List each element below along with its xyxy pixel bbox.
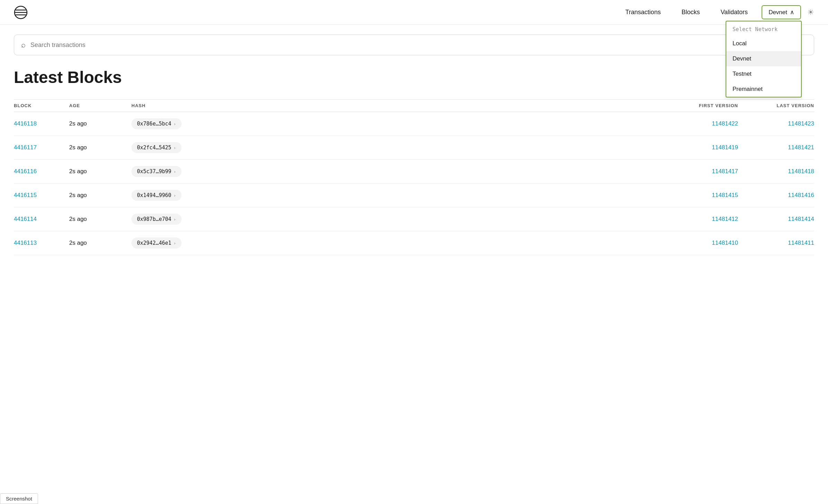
cell-block-4[interactable]: 4416114: [14, 216, 69, 223]
cell-hash-0[interactable]: 0x786e…5bc4 ›: [131, 118, 182, 129]
table-row: 4416113 2s ago 0x2942…46e1 › 11481410 11…: [14, 231, 814, 255]
hash-arrow-3: ›: [173, 193, 176, 198]
cell-block-1[interactable]: 4416117: [14, 144, 69, 151]
cell-last-version-5[interactable]: 11481411: [738, 240, 814, 246]
network-button-label: Devnet: [769, 9, 787, 16]
network-option-testnet[interactable]: Testnet: [726, 66, 801, 82]
theme-toggle-button[interactable]: ☀: [807, 8, 814, 17]
hash-arrow-0: ›: [173, 121, 176, 127]
page-title: Latest Blocks: [14, 68, 814, 87]
network-selector: Devnet ∧ Select Network Local Devnet Tes…: [762, 5, 801, 19]
cell-first-version-3[interactable]: 11481415: [662, 192, 738, 199]
cell-first-version-4[interactable]: 11481412: [662, 216, 738, 223]
table-row: 4416114 2s ago 0x987b…e704 › 11481412 11…: [14, 207, 814, 231]
cell-hash-2[interactable]: 0x5c37…9b99 ›: [131, 166, 182, 177]
cell-block-3[interactable]: 4416115: [14, 192, 69, 199]
table-row: 4416116 2s ago 0x5c37…9b99 › 11481417 11…: [14, 160, 814, 184]
col-first-version: FIRST VERSION: [662, 103, 738, 108]
cell-block-2[interactable]: 4416116: [14, 168, 69, 175]
cell-last-version-1[interactable]: 11481421: [738, 144, 814, 151]
cell-age-2: 2s ago: [69, 168, 131, 175]
cell-age-5: 2s ago: [69, 240, 131, 246]
network-option-devnet[interactable]: Devnet: [726, 51, 801, 66]
network-button[interactable]: Devnet ∧: [762, 5, 801, 19]
cell-first-version-2[interactable]: 11481417: [662, 168, 738, 175]
main-content: Latest Blocks BLOCK AGE HASH FIRST VERSI…: [0, 55, 828, 255]
logo-icon: [14, 6, 28, 19]
hash-arrow-5: ›: [173, 241, 176, 246]
cell-age-3: 2s ago: [69, 192, 131, 199]
cell-block-5[interactable]: 4416113: [14, 240, 69, 246]
cell-hash-container-4: 0x987b…e704 ›: [131, 214, 662, 225]
cell-hash-5[interactable]: 0x2942…46e1 ›: [131, 237, 182, 249]
table-row: 4416117 2s ago 0x2fc4…5425 › 11481419 11…: [14, 136, 814, 160]
nav-validators[interactable]: Validators: [720, 9, 748, 16]
cell-hash-4[interactable]: 0x987b…e704 ›: [131, 214, 182, 225]
table-row: 4416115 2s ago 0x1494…9960 › 11481415 11…: [14, 184, 814, 207]
search-bar: ⌕: [14, 35, 814, 55]
cell-first-version-0[interactable]: 11481422: [662, 120, 738, 127]
header: Transactions Blocks Validators Devnet ∧ …: [0, 0, 828, 25]
network-option-premainnet[interactable]: Premainnet: [726, 82, 801, 97]
table-body: 4416118 2s ago 0x786e…5bc4 › 11481422 11…: [14, 112, 814, 255]
nav-transactions[interactable]: Transactions: [625, 9, 661, 16]
screenshot-label: Screenshot: [0, 493, 38, 504]
cell-hash-container-5: 0x2942…46e1 ›: [131, 237, 662, 249]
cell-block-0[interactable]: 4416118: [14, 120, 69, 127]
table-header: BLOCK AGE HASH FIRST VERSION LAST VERSIO…: [14, 99, 814, 112]
cell-age-0: 2s ago: [69, 120, 131, 127]
cell-hash-container-0: 0x786e…5bc4 ›: [131, 118, 662, 129]
nav-blocks[interactable]: Blocks: [681, 9, 700, 16]
cell-age-1: 2s ago: [69, 144, 131, 151]
cell-first-version-5[interactable]: 11481410: [662, 240, 738, 246]
hash-arrow-4: ›: [173, 217, 176, 222]
network-dropdown: Select Network Local Devnet Testnet Prem…: [726, 21, 802, 97]
cell-age-4: 2s ago: [69, 216, 131, 223]
cell-last-version-4[interactable]: 11481414: [738, 216, 814, 223]
cell-hash-container-2: 0x5c37…9b99 ›: [131, 166, 662, 177]
cell-last-version-2[interactable]: 11481418: [738, 168, 814, 175]
cell-last-version-3[interactable]: 11481416: [738, 192, 814, 199]
search-input[interactable]: [30, 41, 807, 49]
dropdown-header: Select Network: [726, 21, 801, 36]
table-row: 4416118 2s ago 0x786e…5bc4 › 11481422 11…: [14, 112, 814, 136]
logo[interactable]: [14, 6, 28, 19]
col-block: BLOCK: [14, 103, 69, 108]
search-icon: ⌕: [21, 40, 26, 49]
network-option-local[interactable]: Local: [726, 36, 801, 51]
cell-hash-1[interactable]: 0x2fc4…5425 ›: [131, 142, 182, 153]
col-age: AGE: [69, 103, 131, 108]
col-hash: HASH: [131, 103, 662, 108]
hash-arrow-2: ›: [173, 169, 176, 174]
cell-hash-container-1: 0x2fc4…5425 ›: [131, 142, 662, 153]
col-last-version: LAST VERSION: [738, 103, 814, 108]
network-button-arrow: ∧: [790, 9, 794, 16]
cell-last-version-0[interactable]: 11481423: [738, 120, 814, 127]
cell-hash-container-3: 0x1494…9960 ›: [131, 190, 662, 201]
cell-first-version-1[interactable]: 11481419: [662, 144, 738, 151]
hash-arrow-1: ›: [173, 145, 176, 150]
cell-hash-3[interactable]: 0x1494…9960 ›: [131, 190, 182, 201]
main-nav: Transactions Blocks Validators: [625, 9, 748, 16]
